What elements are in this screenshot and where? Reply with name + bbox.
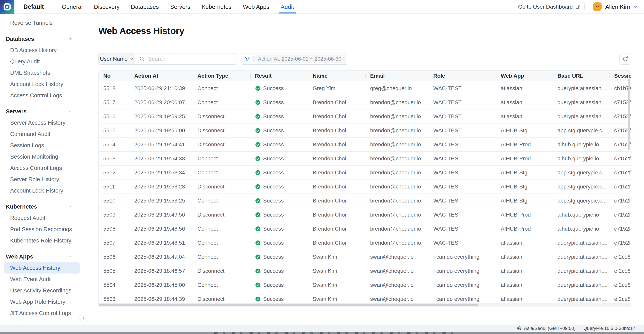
cell-email: brendon@chequer.io [366,240,428,246]
sidebar-item-db-access-history[interactable]: DB Access History [0,45,80,56]
sidebar-item-jit-access-control-logs[interactable]: JIT Access Control Logs [0,307,80,319]
column-header-web-app[interactable]: Web App [496,73,553,79]
sidebar-item-web-app-role-history[interactable]: Web App Role History [0,296,80,307]
column-header-email[interactable]: Email [366,73,428,79]
filter-funnel-icon[interactable] [244,56,250,62]
nav-item-kubernetes[interactable]: Kubernetes [200,0,233,14]
sidebar-collapse-button[interactable] [80,314,88,322]
sidebar-item-session-monitoring[interactable]: Session Monitoring [0,151,80,162]
sidebar-section-servers[interactable]: Servers [0,106,80,117]
nav-item-servers[interactable]: Servers [168,0,192,14]
sidebar-item-user-activity-recordings[interactable]: User Activity Recordings [0,285,80,296]
user-name[interactable]: Allen Kim [605,4,630,10]
column-header-action-type[interactable]: Action Type [193,73,250,79]
horizontal-scrollbar-thumb[interactable] [99,303,478,306]
cell-action_at: 2025-06-29 19:55:00 [130,127,193,134]
chevron-up-icon [68,205,72,209]
nav-item-web-apps[interactable]: Web Apps [241,0,271,14]
sidebar-item-request-audit[interactable]: Request Audit [0,212,80,224]
table-row-5504[interactable]: 55042025-06-29 18:45:00ConnectSuccessSwa… [99,278,631,292]
sidebar-item-account-lock-history[interactable]: Account Lock History [0,185,80,196]
column-header-session-id[interactable]: Session ID [610,73,631,79]
table-row-5506[interactable]: 55062025-06-29 18:47:04ConnectSuccessSwa… [99,250,631,264]
cell-result: Success [250,141,308,148]
sidebar-item-web-event-audit[interactable]: Web Event Audit [0,273,80,285]
cell-email: brendon@chequer.io [366,99,428,106]
sidebar-item-web-access-history[interactable]: Web Access History [4,262,80,273]
sidebar-item-kubernetes-role-history[interactable]: Kubernetes Role History [0,235,80,246]
cell-name: Brendon Choi [308,226,366,232]
go-to-user-dashboard-button[interactable]: Go to User Dashboard [514,2,584,11]
sidebar-item-dml-snapshots[interactable]: DML Snapshots [0,67,80,78]
nav-item-general[interactable]: General [60,0,84,14]
user-avatar[interactable] [593,2,602,11]
cell-result: Success [250,99,308,106]
result-label: Success [263,212,284,218]
sidebar-item-access-control-logs[interactable]: Access Control Logs [0,162,80,174]
action-at-date-range-chip[interactable]: Action At: 2025-06-01 ~ 2025-06-30 [254,55,346,63]
cell-name: Brendon Choi [308,99,366,106]
sidebar-section-web-apps[interactable]: Web Apps [0,251,80,262]
sidebar-item-account-lock-history[interactable]: Account Lock History [0,78,80,90]
table-row-5509[interactable]: 55092025-06-29 19:49:56DisconnectSuccess… [99,208,631,222]
column-header-no[interactable]: No [99,73,130,79]
search-input[interactable] [148,56,237,62]
table-row-5517[interactable]: 55172025-06-29 20:00:07ConnectSuccessBre… [99,95,631,109]
column-header-action-at[interactable]: Action At [130,73,193,79]
search-field-selector[interactable]: User Name [99,54,135,64]
nav-item-databases[interactable]: Databases [129,0,161,14]
user-menu-chevron-down-icon[interactable] [633,4,638,9]
horizontal-scrollbar-track[interactable] [99,303,631,306]
sidebar-item-query-audit[interactable]: Query Audit [0,56,80,67]
sidebar-label: Web App Role History [10,299,65,305]
table-row-5515[interactable]: 55152025-06-29 19:55:00DisconnectSuccess… [99,123,631,137]
table-row-5514[interactable]: 55142025-06-29 19:54:41DisconnectSuccess… [99,137,631,151]
table-row-5508[interactable]: 55082025-06-29 19:48:56ConnectSuccessBre… [99,222,631,236]
column-header-base-url[interactable]: Base URL [553,73,610,79]
table-row-5512[interactable]: 55122025-06-29 19:53:34ConnectSuccessBre… [99,165,631,179]
cell-base_url: querypie.atlassian.... [553,240,610,246]
success-check-icon [255,128,261,133]
cell-web_app: AIHUB-Prod [496,226,553,232]
cell-base_url: aihub.querypie.io [553,141,610,148]
sidebar-item-server-role-history[interactable]: Server Role History [0,174,80,185]
sidebar-item-command-audit[interactable]: Command Audit [0,128,80,140]
vertical-scrollbar-thumb[interactable] [628,79,630,150]
cell-base_url: app.stg.querypie.c... [553,170,610,176]
version-label: QueryPie 10.3.0-30bfc17 [584,325,636,331]
cell-action_type: Disconnect [193,268,250,274]
timezone-indicator[interactable]: Asia/Seoul (GMT+09:00) [517,325,576,331]
table-row-5505[interactable]: 55052025-06-29 18:46:57DisconnectSuccess… [99,264,631,278]
table-row-5510[interactable]: 55102025-06-29 19:53:25ConnectSuccessBre… [99,194,631,208]
cell-web_app: AIHUB-Stg [496,198,553,204]
cell-email: swan@chequer.io [366,296,428,302]
table-row-5518[interactable]: 55182025-06-29 21:10:39ConnectSuccessGre… [99,81,631,95]
querypie-logo[interactable] [0,0,14,14]
refresh-button[interactable] [620,53,631,65]
cell-name: Brendon Choi [308,127,366,134]
sidebar-item-server-access-history[interactable]: Server Access History [0,117,80,128]
table-row-5513[interactable]: 55132025-06-29 19:54:33ConnectSuccessBre… [99,151,631,165]
column-header-role[interactable]: Role [428,73,496,79]
cell-no: 5504 [99,282,130,288]
cell-action_at: 2025-06-29 18:44:39 [130,296,193,302]
cell-no: 5513 [99,155,130,162]
table-row-5511[interactable]: 55112025-06-29 19:53:28DisconnectSuccess… [99,179,631,194]
sidebar-item-reverse-tunnels[interactable]: Reverse Tunnels [0,17,80,29]
sidebar-section-kubernetes[interactable]: Kubernetes [0,201,80,212]
sidebar-item-session-logs[interactable]: Session Logs [0,140,80,151]
column-header-name[interactable]: Name [308,73,366,79]
table-row-5507[interactable]: 55072025-06-29 19:48:51ConnectSuccessBre… [99,236,631,250]
sidebar-section-databases[interactable]: Databases [0,33,80,45]
cell-session_id: c7152f6 [610,155,631,162]
cell-name: Swan Kim [308,268,366,274]
sidebar-item-pod-session-recordings[interactable]: Pod Session Recordings [0,224,80,235]
result-label: Success [263,282,284,288]
nav-item-discovery[interactable]: Discovery [92,0,122,14]
cell-no: 5514 [99,141,130,148]
sidebar-item-access-control-logs[interactable]: Access Control Logs [0,90,80,101]
table-row-5516[interactable]: 55162025-06-29 19:59:25DisconnectSuccess… [99,109,631,123]
workspace-name[interactable]: Default [24,3,44,10]
column-header-result[interactable]: Result [250,73,308,79]
nav-item-audit[interactable]: Audit [279,0,296,14]
